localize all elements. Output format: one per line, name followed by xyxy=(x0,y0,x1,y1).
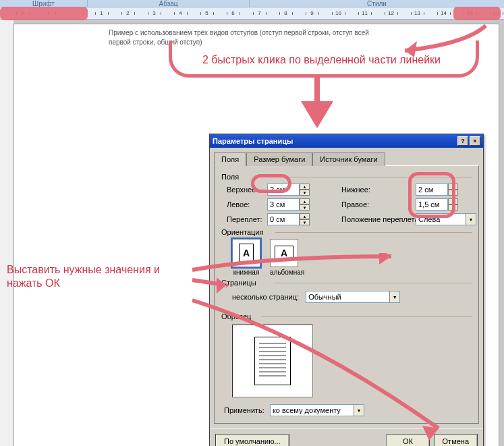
dialog-title: Параметры страницы xyxy=(213,137,293,145)
label-right-margin: Правое: xyxy=(341,200,416,208)
select-gutter-position[interactable]: Слева ▼ xyxy=(416,213,476,225)
annotation-arrow-down xyxy=(290,74,344,135)
label-left-margin: Левое: xyxy=(227,200,267,208)
label-gutter-position: Положение переплета: xyxy=(341,215,422,223)
input-left-margin[interactable]: ▲▼ xyxy=(267,198,314,211)
tab-margins[interactable]: Поля xyxy=(214,152,246,166)
ribbon-group-paragraph: Абзац xyxy=(88,0,250,7)
annotation-arrow-to-ok xyxy=(189,297,466,446)
help-button[interactable]: ? xyxy=(457,136,468,146)
input-top-margin-value[interactable] xyxy=(267,184,300,196)
dropdown-icon[interactable]: ▼ xyxy=(466,214,476,225)
tab-paper-source[interactable]: Источник бумаги xyxy=(312,152,385,166)
input-top-margin[interactable]: ▲▼ xyxy=(267,184,314,196)
annotation-highlight-ruler-left xyxy=(0,7,88,20)
label-bottom-margin: Нижнее: xyxy=(341,186,416,194)
label-top-margin: Верхнее: xyxy=(227,186,267,194)
input-right-margin[interactable]: ▲▼ xyxy=(416,198,463,211)
input-bottom-margin[interactable]: ▲▼ xyxy=(416,184,463,196)
spin-down-icon[interactable]: ▼ xyxy=(300,190,310,196)
input-gutter-value[interactable] xyxy=(267,213,300,225)
group-margins-label: Поля xyxy=(221,173,472,181)
annotation-text-left: Выставить нужные значения и нажать ОК xyxy=(7,263,196,290)
input-left-margin-value[interactable] xyxy=(267,198,300,211)
select-gutter-position-value: Слева xyxy=(418,215,440,223)
ribbon-group-font: Шрифт xyxy=(0,0,88,7)
dialog-titlebar[interactable]: Параметры страницы ? × xyxy=(210,134,483,148)
tab-paper-size[interactable]: Размер бумаги xyxy=(246,152,312,166)
label-gutter: Переплет: xyxy=(227,215,267,223)
annotation-arrow-to-fields xyxy=(189,253,418,295)
dialog-tabs: Поля Размер бумаги Источник бумаги xyxy=(210,148,483,165)
annotation-text-top: 2 быстрых клика по выделенной части лине… xyxy=(202,54,441,66)
group-orientation-label: Ориентация xyxy=(221,228,472,236)
ribbon-group-styles: Стили xyxy=(250,0,504,7)
spin-up-icon[interactable]: ▲ xyxy=(300,184,310,190)
input-gutter[interactable]: ▲▼ xyxy=(267,213,314,225)
input-bottom-margin-value[interactable] xyxy=(416,184,448,196)
input-right-margin-value[interactable] xyxy=(416,198,448,211)
close-button[interactable]: × xyxy=(470,136,480,146)
annotation-highlight-ruler-right xyxy=(453,7,501,20)
